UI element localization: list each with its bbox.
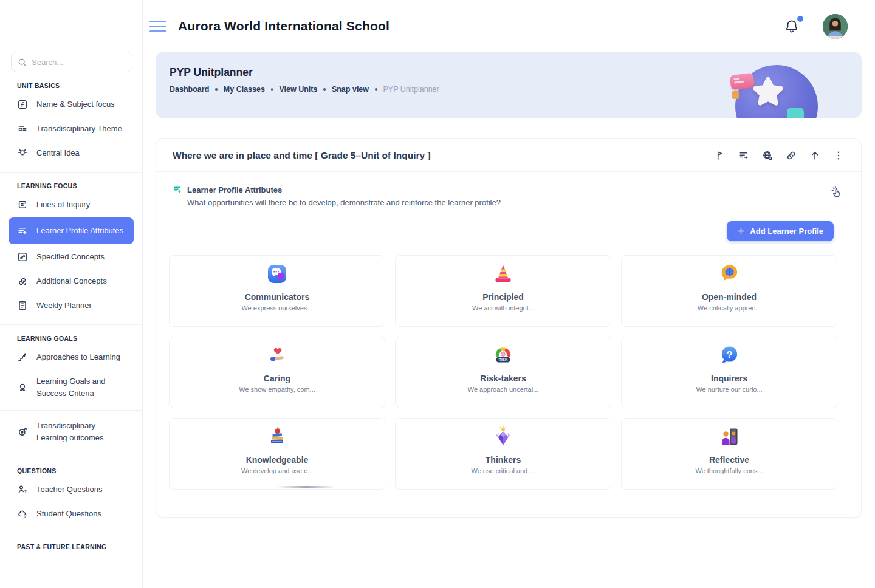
breadcrumb-separator [215,88,218,91]
question-bubble-icon: ? [717,343,741,368]
avatar[interactable] [823,14,848,39]
breadcrumb-separator [375,88,377,91]
breadcrumb-current: PYP Unitplanner [383,85,439,94]
sidebar-item-label: Specified Concepts [36,251,105,263]
add-note-icon[interactable] [738,150,749,161]
search-icon [18,58,27,67]
sidebar-item-learner-profile-attributes[interactable]: Learner Profile Attributes [9,217,134,244]
profile-card-thinkers[interactable]: Thinkers We use critical and ... [395,418,611,490]
topbar-actions [784,14,848,39]
profile-card-inquirers[interactable]: ? Inquirers We nurture our curio... [621,337,837,408]
sidebar: UNIT BASICS Name & Subject focus Transdi… [0,0,143,588]
arrow-up-icon[interactable] [809,150,820,161]
document-lines-icon [17,300,28,311]
section-title-questions: QUESTIONS [17,467,132,474]
profile-card-open-minded[interactable]: Open-minded We critically apprec... [621,255,837,327]
document-f-icon [17,99,28,110]
unit-card-header: Where we are in place and time [ Grade 5… [156,139,861,172]
search-input[interactable] [32,58,126,67]
sidebar-item-label: Transdisciplinary Theme [36,123,122,135]
section-title: Learner Profile Attributes [187,185,282,194]
notification-dot [797,16,803,22]
profile-description: We use critical and ... [472,467,535,474]
breadcrumb-my-classes[interactable]: My Classes [224,85,265,94]
hand-click-icon[interactable] [829,186,844,200]
sidebar-item-transdisciplinary-learning-outcomes[interactable]: Transdisciplinary Learning outcomes [9,414,134,450]
sidebar-nav: UNIT BASICS Name & Subject focus Transdi… [0,82,142,550]
sidebar-item-learning-goals-success-criteria[interactable]: Learning Goals and Success Criteria [9,370,134,405]
breadcrumb-separator [271,88,273,91]
profile-description: We critically apprec... [698,304,761,312]
more-options-icon[interactable] [833,150,844,161]
lightbulb-icon [17,148,28,159]
scroll-icon [17,199,28,210]
profile-card-caring[interactable]: Caring We show empathy, com... [169,337,385,408]
topbar: Aurora World International School [143,0,875,52]
sidebar-item-additional-concepts[interactable]: Additional Concepts [9,270,134,293]
page-banner: PYP Unitplanner Dashboard My Classes Vie… [156,52,862,118]
breadcrumb-snap-view[interactable]: Snap view [332,85,369,94]
sidebar-item-approaches-to-learning[interactable]: Approaches to Learning [9,346,134,369]
layout-theme-icon [17,123,28,134]
sidebar-item-lines-of-inquiry[interactable]: Lines of Inquiry [9,193,134,216]
main-content: Aurora World International School PYP Un… [143,0,875,588]
sidebar-item-label: Approaches to Learning [36,351,120,363]
breadcrumb: Dashboard My Classes View Units Snap vie… [170,85,862,94]
link-icon[interactable] [786,150,797,161]
profile-card-principled[interactable]: Principled We act with integrit... [395,255,611,327]
sidebar-item-label: Lines of Inquiry [36,199,90,211]
globe-settings-icon[interactable] [762,150,773,161]
sidebar-item-name-subject-focus[interactable]: Name & Subject focus [9,93,134,116]
unit-planner-card: Where we are in place and time [ Grade 5… [156,138,862,518]
sidebar-item-central-idea[interactable]: Central Idea [9,142,134,165]
breadcrumb-dashboard[interactable]: Dashboard [170,85,209,94]
svg-text:?: ? [24,513,27,519]
heart-hand-icon [265,343,289,368]
profile-card-knowledgeable[interactable]: Knowledgeable We develop and use c... [169,418,385,490]
sidebar-scroll-divider [0,410,142,411]
sidebar-item-label: Learner Profile Attributes [36,225,123,237]
menu-icon[interactable] [149,21,166,32]
cloud-question-icon: ? [17,508,28,519]
section-question: What opportunities will there be to deve… [187,198,501,207]
profile-name: Open-minded [702,292,757,302]
profile-name: Communicators [245,292,310,302]
profile-description: We show empathy, com... [239,386,315,393]
mirror-person-icon [717,425,741,449]
svg-text:?: ? [726,349,732,361]
person-question-icon: ? [17,484,28,495]
svg-text:?: ? [24,489,27,494]
unit-toolbar [715,150,844,161]
learner-profiles-grid: Communicators We express ourselves... Pr… [169,255,837,490]
books-apple-icon [265,425,289,449]
sidebar-item-specified-concepts[interactable]: Specified Concepts [9,245,134,268]
search-box[interactable] [11,52,132,72]
profile-card-reflective[interactable]: Reflective We thoughtfully cons... [621,418,837,490]
profile-card-risk-takers[interactable]: RISK Risk-takers We approach uncertai... [395,337,611,408]
sidebar-item-transdisciplinary-theme[interactable]: Transdisciplinary Theme [9,117,134,140]
award-icon [17,382,28,393]
profile-name: Knowledgeable [246,455,309,465]
add-learner-profile-button[interactable]: Add Learner Profile [727,221,834,241]
breadcrumb-view-units[interactable]: View Units [279,85,317,94]
profile-description: We thoughtfully cons... [695,467,763,474]
profile-description: We approach uncertai... [468,386,539,393]
chat-bubbles-icon [265,262,289,286]
sidebar-item-teacher-questions[interactable]: ? Teacher Questions [9,478,134,501]
section-title-unit-basics: UNIT BASICS [17,82,132,89]
plus-icon [737,227,745,235]
profile-name: Inquirers [711,374,747,383]
profile-card-communicators[interactable]: Communicators We express ourselves... [169,255,385,327]
bell-icon[interactable] [784,18,800,34]
sidebar-item-student-questions[interactable]: ? Student Questions [9,502,134,525]
profile-description: We act with integrit... [472,304,534,312]
list-plus-icon [17,225,28,236]
scroll-indicator[interactable] [277,486,335,488]
svg-text:RISK: RISK [499,357,508,361]
flag-icon[interactable] [715,150,726,161]
section-title-learning-goals: LEARNING GOALS [17,335,132,342]
profile-name: Caring [264,374,290,383]
profile-name: Principled [482,292,524,302]
sidebar-item-weekly-planner[interactable]: Weekly Planner [9,294,134,317]
list-plus-teal-icon [173,185,182,194]
